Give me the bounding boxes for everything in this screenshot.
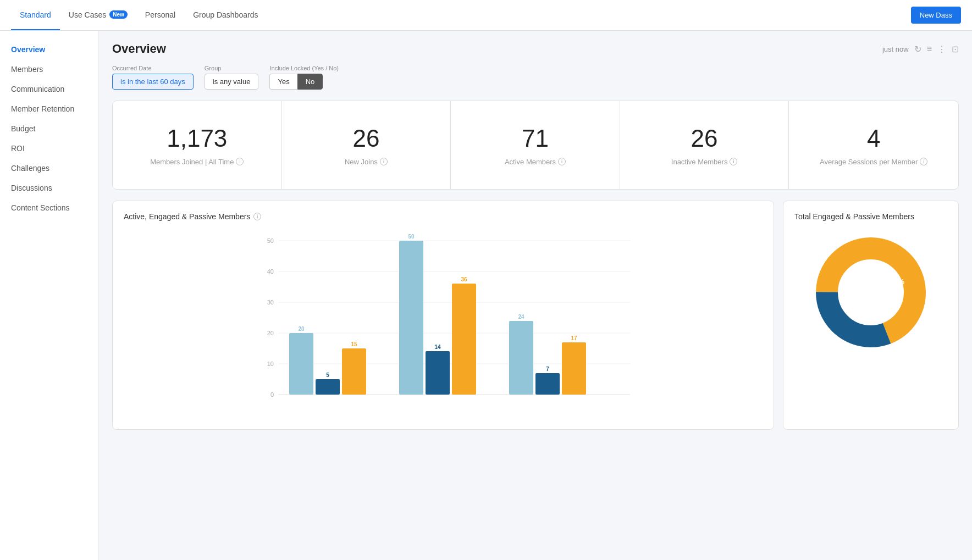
svg-text:0: 0 xyxy=(270,391,274,398)
donut-chart-card: Total Engaged & Passive Members 69% 31% xyxy=(783,201,959,430)
sidebar-item-discussions-label: Discussions xyxy=(11,184,52,192)
svg-text:10: 10 xyxy=(267,361,274,367)
new-dashboard-button[interactable]: New Dass xyxy=(911,7,961,24)
top-nav-right: New Dass xyxy=(911,7,961,24)
overview-actions: just now ↻ ≡ ⋮ ⊡ xyxy=(882,44,959,54)
bar-chart-title: Active, Engaged & Passive Members i xyxy=(124,212,763,221)
folder-icon[interactable]: ⊡ xyxy=(952,44,959,54)
info-icon-avg-sessions[interactable]: i xyxy=(920,158,927,165)
metric-label-members-joined: Members Joined | All Time i xyxy=(150,158,244,166)
metric-cards: 1,173 Members Joined | All Time i 26 New… xyxy=(112,101,959,190)
metric-label-new-joins: New Joins i xyxy=(345,158,388,166)
svg-text:20: 20 xyxy=(298,326,305,332)
sidebar-item-content-sections[interactable]: Content Sections xyxy=(0,198,98,218)
svg-text:24: 24 xyxy=(518,314,524,320)
include-locked-label: Include Locked (Yes / No) xyxy=(269,65,339,71)
sidebar-item-challenges[interactable]: Challenges xyxy=(0,158,98,178)
tab-group-dashboards-label: Group Dashboards xyxy=(193,10,258,19)
donut-svg: 69% 31% xyxy=(810,232,931,353)
last-updated-label: just now xyxy=(882,45,909,53)
tab-personal-label: Personal xyxy=(145,10,175,19)
svg-rect-12 xyxy=(289,333,313,395)
metric-label-inactive-members: Inactive Members i xyxy=(671,158,738,166)
include-locked-filter: Include Locked (Yes / No) Yes No xyxy=(269,65,339,90)
top-nav-tabs: Standard Use Cases New Personal Group Da… xyxy=(11,1,911,30)
svg-text:36: 36 xyxy=(461,276,467,282)
info-icon-active-members[interactable]: i xyxy=(558,158,566,165)
sidebar-item-budget-label: Budget xyxy=(11,124,35,133)
sidebar-item-content-sections-label: Content Sections xyxy=(11,203,70,212)
sidebar-item-members[interactable]: Members xyxy=(0,59,98,79)
svg-text:7: 7 xyxy=(546,366,549,372)
metric-card-active-members: 71 Active Members i xyxy=(451,101,620,189)
svg-rect-22 xyxy=(452,284,476,395)
svg-rect-14 xyxy=(316,379,340,395)
group-filter: Group is any value xyxy=(205,65,259,90)
include-locked-toggle: Yes No xyxy=(269,74,339,90)
bar-chart-info-icon[interactable]: i xyxy=(253,213,261,220)
tab-use-cases-label: Use Cases xyxy=(69,10,106,19)
tab-standard-label: Standard xyxy=(20,10,51,19)
sidebar-item-members-label: Members xyxy=(11,65,43,74)
sidebar-item-challenges-label: Challenges xyxy=(11,164,49,173)
charts-row: Active, Engaged & Passive Members i xyxy=(112,201,959,430)
tab-standard[interactable]: Standard xyxy=(11,1,60,30)
refresh-icon[interactable]: ↻ xyxy=(914,44,921,54)
sidebar-item-member-retention[interactable]: Member Retention xyxy=(0,99,98,119)
svg-rect-16 xyxy=(342,348,366,395)
info-icon-members-joined[interactable]: i xyxy=(236,158,244,165)
sidebar-item-discussions[interactable]: Discussions xyxy=(0,178,98,198)
bar-chart-card: Active, Engaged & Passive Members i xyxy=(112,201,774,430)
donut-chart-title: Total Engaged & Passive Members xyxy=(794,212,947,221)
donut-container: 69% 31% xyxy=(794,232,947,353)
svg-text:17: 17 xyxy=(571,335,577,341)
metric-card-members-joined: 1,173 Members Joined | All Time i xyxy=(113,101,282,189)
sidebar-item-budget[interactable]: Budget xyxy=(0,119,98,138)
svg-text:14: 14 xyxy=(434,344,441,350)
occurred-date-button[interactable]: is in the last 60 days xyxy=(112,74,194,90)
metric-card-new-joins: 26 New Joins i xyxy=(282,101,451,189)
locked-no-button[interactable]: No xyxy=(297,74,323,90)
svg-point-32 xyxy=(841,262,901,323)
metric-label-avg-sessions: Average Sessions per Member i xyxy=(820,158,927,166)
sidebar-item-overview-label: Overview xyxy=(11,45,45,54)
svg-text:40: 40 xyxy=(267,268,274,275)
page-title: Overview xyxy=(112,42,166,56)
info-icon-inactive-members[interactable]: i xyxy=(730,158,737,165)
metric-card-inactive-members: 26 Inactive Members i xyxy=(620,101,789,189)
svg-text:50: 50 xyxy=(408,234,415,240)
sidebar-item-roi-label: ROI xyxy=(11,144,25,153)
sidebar-item-roi[interactable]: ROI xyxy=(0,138,98,158)
group-filter-button[interactable]: is any value xyxy=(205,74,259,90)
svg-rect-20 xyxy=(426,351,450,395)
tab-personal[interactable]: Personal xyxy=(136,1,184,30)
sidebar-item-communication[interactable]: Communication xyxy=(0,79,98,99)
sidebar: Overview Members Communication Member Re… xyxy=(0,31,99,560)
more-icon[interactable]: ⋮ xyxy=(937,44,946,54)
tab-group-dashboards[interactable]: Group Dashboards xyxy=(184,1,267,30)
metric-value-new-joins: 26 xyxy=(352,125,379,152)
bar-chart-area: 50 40 30 20 10 0 20 5 xyxy=(124,230,763,418)
svg-rect-26 xyxy=(535,373,560,395)
tab-use-cases[interactable]: Use Cases New xyxy=(60,1,136,30)
sidebar-item-overview[interactable]: Overview xyxy=(0,40,98,59)
svg-text:69%: 69% xyxy=(841,296,855,304)
top-nav: Standard Use Cases New Personal Group Da… xyxy=(0,0,972,31)
bar-chart-svg: 50 40 30 20 10 0 20 5 xyxy=(124,230,763,417)
metric-value-inactive-members: 26 xyxy=(691,125,718,152)
content-area: Overview just now ↻ ≡ ⋮ ⊡ Occurred Date … xyxy=(99,31,972,560)
filter-icon[interactable]: ≡ xyxy=(927,44,932,54)
svg-text:5: 5 xyxy=(326,372,329,378)
sidebar-item-communication-label: Communication xyxy=(11,85,64,93)
filters-row: Occurred Date is in the last 60 days Gro… xyxy=(112,65,959,90)
svg-rect-24 xyxy=(509,321,533,395)
info-icon-new-joins[interactable]: i xyxy=(380,158,388,165)
metric-value-avg-sessions: 4 xyxy=(867,125,880,152)
svg-text:20: 20 xyxy=(267,330,274,336)
svg-rect-18 xyxy=(399,241,423,395)
use-cases-badge: New xyxy=(109,10,128,19)
locked-yes-button[interactable]: Yes xyxy=(269,74,297,90)
svg-text:30: 30 xyxy=(267,299,274,306)
metric-card-avg-sessions: 4 Average Sessions per Member i xyxy=(789,101,958,189)
group-filter-label: Group xyxy=(205,65,259,71)
